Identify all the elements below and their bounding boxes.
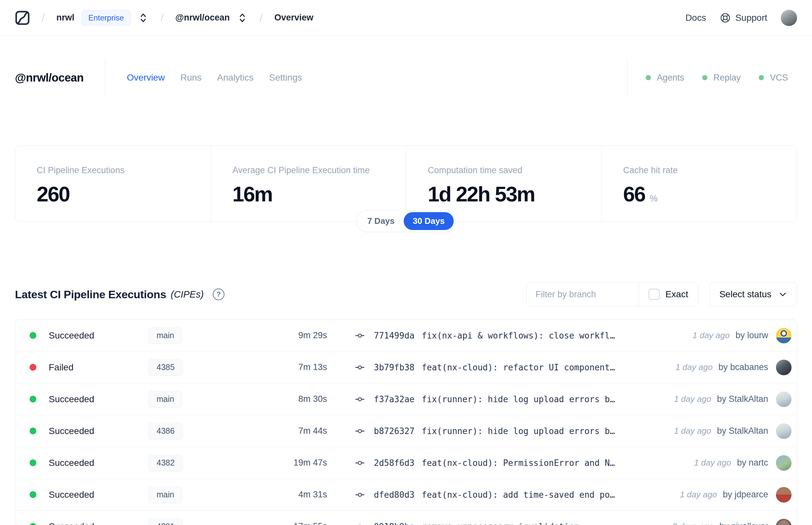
commit-time: 1 day ago — [680, 490, 717, 500]
commit-message[interactable]: feat(nx-cloud): refactor UI component… — [422, 363, 615, 372]
branch-badge[interactable]: main — [149, 486, 182, 503]
table-row[interactable]: Succeeded main 8m 30s f37a32ae fix(runne… — [15, 384, 797, 415]
commit-message[interactable]: fix(runner): hide log upload errors b… — [422, 426, 615, 436]
git-commit-icon — [353, 363, 367, 372]
author-avatar — [776, 455, 792, 471]
author-avatar — [776, 487, 792, 502]
divider — [105, 59, 105, 97]
commit-time: 1 day ago — [692, 330, 730, 341]
support-link[interactable]: Support — [720, 12, 767, 24]
breadcrumb-org[interactable]: nrwl — [56, 13, 74, 23]
range-7-days[interactable]: 7 Days — [358, 212, 404, 230]
status-dot — [30, 427, 36, 434]
cipe-title: Latest CI Pipeline Executions — [15, 288, 166, 301]
commit-author: by jdpearce — [723, 490, 768, 500]
git-commit-icon — [353, 490, 367, 499]
branch-badge[interactable]: 4382 — [149, 454, 183, 471]
branch-badge[interactable]: 4381 — [149, 518, 183, 525]
stat-ci-pipeline-executions: CI Pipeline Executions 260 — [15, 146, 211, 222]
divider — [627, 59, 628, 97]
commit-author: by nartc — [737, 458, 768, 468]
table-row[interactable]: Succeeded 4382 19m 47s 2d58f6d3 feat(nx-… — [15, 447, 797, 479]
git-commit-icon — [353, 331, 367, 340]
table-row[interactable]: Succeeded 4381 17m 55s 0918b0be remove u… — [15, 511, 797, 525]
commit-message[interactable]: feat(nx-cloud): add time-saved end po… — [422, 490, 615, 500]
commit-author: by StalkAltan — [717, 394, 768, 404]
duration: 8m 30s — [230, 394, 327, 404]
green-status-dot — [702, 75, 707, 80]
git-commit-icon — [353, 459, 367, 467]
green-status-dot — [646, 75, 651, 80]
status-vcs: VCS — [759, 73, 788, 83]
git-commit-icon — [353, 522, 367, 525]
commit-hash[interactable]: 2d58f6d3 — [374, 458, 414, 468]
lifebuoy-icon — [720, 12, 731, 24]
status-dot — [30, 364, 36, 371]
table-row[interactable]: Succeeded main 4m 31s dfed80d3 feat(nx-c… — [15, 479, 797, 511]
duration: 19m 47s — [230, 458, 327, 468]
commit-message[interactable]: fix(nx-api & workflows): close workfl… — [422, 331, 615, 341]
nx-cloud-logo[interactable] — [15, 10, 30, 25]
status-dot — [30, 523, 36, 525]
commit-hash[interactable]: 771499da — [374, 331, 414, 341]
percent-suffix: % — [649, 193, 658, 204]
range-30-days[interactable]: 30 Days — [404, 212, 454, 230]
duration: 9m 29s — [230, 330, 327, 341]
branch-badge[interactable]: 4386 — [149, 423, 183, 439]
branch-badge[interactable]: main — [149, 327, 182, 344]
user-avatar[interactable] — [781, 10, 797, 26]
table-row[interactable]: Succeeded main 9m 29s 771499da fix(nx-ap… — [15, 320, 797, 351]
branch-badge[interactable]: main — [149, 391, 182, 407]
select-status-dropdown[interactable]: Select status — [709, 282, 797, 306]
commit-hash[interactable]: f37a32ae — [374, 394, 414, 404]
commit-message[interactable]: remove unnecessary invalidation — [422, 522, 579, 525]
docs-link[interactable]: Docs — [685, 13, 706, 23]
exact-checkbox[interactable] — [649, 289, 660, 300]
duration: 7m 44s — [230, 426, 327, 436]
help-icon[interactable]: ? — [213, 288, 225, 300]
commit-author: by lourw — [735, 330, 768, 341]
workspace-tabs: Overview Runs Analytics Settings — [127, 73, 302, 83]
status-label: Succeeded — [49, 426, 94, 436]
commit-message[interactable]: fix(runner): hide log upload errors b… — [422, 394, 615, 404]
integration-status-legend: Agents Replay VCS — [610, 59, 797, 97]
commit-time: 1 day ago — [674, 394, 711, 404]
status-dot — [30, 460, 36, 466]
commit-time: 1 day ago — [674, 426, 711, 436]
stat-cache-hit-rate: Cache hit rate 66 % — [601, 146, 797, 222]
commit-hash[interactable]: b8726327 — [374, 426, 414, 436]
commit-hash[interactable]: 0918b0be — [374, 522, 414, 525]
table-row[interactable]: Failed 4385 7m 13s 3b79fb38 feat(nx-clou… — [15, 351, 797, 384]
duration: 17m 55s — [230, 522, 327, 525]
breadcrumb-separator: / — [260, 11, 262, 24]
tab-settings[interactable]: Settings — [269, 73, 302, 83]
workspace-switcher[interactable] — [237, 11, 248, 25]
status-dot — [30, 332, 36, 339]
git-commit-icon — [353, 395, 367, 404]
commit-hash[interactable]: dfed80d3 — [374, 490, 414, 500]
tab-overview[interactable]: Overview — [127, 73, 165, 83]
author-avatar — [776, 423, 792, 439]
commit-author: by nixallover — [719, 522, 768, 525]
tab-analytics[interactable]: Analytics — [217, 73, 254, 83]
author-avatar — [776, 360, 792, 375]
commit-message[interactable]: feat(nx-cloud): PermissionError and N… — [422, 458, 615, 468]
branch-filter-group: Exact — [526, 282, 698, 306]
status-dot — [30, 396, 36, 403]
status-label: Succeeded — [49, 490, 94, 500]
breadcrumb-workspace[interactable]: @nrwl/ocean — [175, 13, 230, 23]
branch-badge[interactable]: 4385 — [149, 359, 183, 376]
branch-filter-input[interactable] — [526, 289, 639, 300]
status-label: Failed — [49, 362, 73, 373]
stats-cards: CI Pipeline Executions 260 Average CI Pi… — [15, 146, 797, 222]
table-row[interactable]: Succeeded 4386 7m 44s b8726327 fix(runne… — [15, 415, 797, 447]
exact-match-toggle[interactable]: Exact — [639, 289, 698, 300]
status-dot — [30, 491, 36, 498]
commit-time: 1 day ago — [694, 458, 731, 468]
commit-hash[interactable]: 3b79fb38 — [374, 363, 414, 372]
commit-time: 2 days ago — [672, 522, 714, 525]
duration: 7m 13s — [230, 362, 327, 372]
org-switcher[interactable] — [138, 11, 149, 25]
tab-runs[interactable]: Runs — [180, 73, 201, 83]
status-label: Succeeded — [49, 522, 94, 525]
